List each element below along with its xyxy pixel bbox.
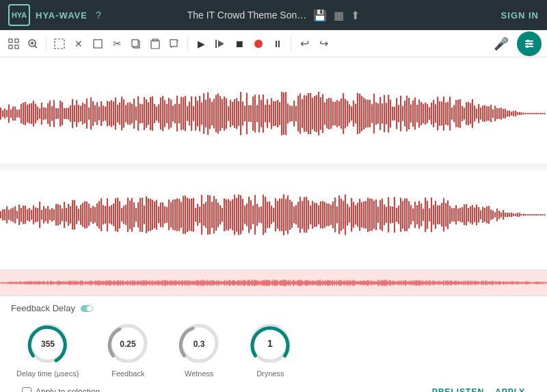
svg-rect-17 (215, 40, 217, 48)
apply-to-selection-area: Apply to selection (22, 387, 100, 392)
select-region-button[interactable] (90, 36, 106, 52)
effects-header: Feedback Delay (11, 303, 536, 313)
minimap[interactable] (0, 270, 547, 296)
feedback-label: Feedback (111, 369, 144, 378)
svg-point-19 (254, 40, 263, 48)
eq-button[interactable] (517, 31, 542, 56)
header-center: The IT Crowd Theme Son… 💾 ▦ ⬆ (187, 9, 360, 22)
redo-button[interactable]: ↪ (315, 36, 332, 52)
delay-time-knob[interactable]: 355 (26, 322, 70, 365)
effects-panel: Feedback Delay 355 Delay time (µsecs) 0.… (0, 296, 547, 392)
feedback-knob-group: 0.25 Feedback (106, 322, 150, 378)
toolbar-divider-2 (187, 37, 188, 51)
close-button[interactable]: ✕ (70, 36, 87, 52)
svg-marker-18 (218, 40, 224, 47)
svg-rect-3 (15, 45, 18, 49)
effects-panel-title: Feedback Delay (11, 303, 75, 313)
play-selection-button[interactable] (212, 36, 228, 52)
svg-rect-2 (9, 45, 12, 49)
select-all-button[interactable] (51, 36, 68, 52)
dryness-knob-group: 1 Dryness (248, 322, 292, 378)
dryness-knob[interactable]: 1 (248, 322, 292, 365)
svg-rect-13 (151, 40, 159, 49)
minimap-canvas (0, 270, 547, 296)
play-button[interactable]: ▶ (193, 36, 209, 52)
waveform-canvas (0, 57, 547, 270)
share-icon[interactable]: ⬆ (351, 9, 360, 22)
logo-icon: HYA (8, 4, 30, 26)
cut-button[interactable]: ✂ (109, 36, 125, 52)
record-button[interactable] (250, 36, 267, 52)
svg-text:0.3: 0.3 (194, 339, 205, 349)
feedback-knob[interactable]: 0.25 (106, 322, 150, 365)
apply-button[interactable]: APPLY (495, 387, 525, 392)
svg-point-25 (526, 45, 529, 48)
stop-button[interactable]: ⏹ (231, 36, 248, 52)
bottom-row: Apply to selection PRELISTEN APPLY (11, 387, 536, 392)
svg-text:1: 1 (267, 338, 273, 349)
waveform-area[interactable] (0, 57, 547, 270)
sign-in-button[interactable]: SIGN IN (501, 10, 539, 21)
crop-button[interactable] (166, 36, 183, 52)
dryness-label: Dryness (256, 369, 284, 378)
svg-rect-14 (170, 40, 177, 47)
action-buttons: PRELISTEN APPLY (432, 387, 525, 392)
apply-to-selection-label: Apply to selection (36, 387, 100, 392)
svg-point-24 (529, 42, 532, 45)
wetness-knob[interactable]: 0.3 (177, 322, 221, 365)
svg-text:0.25: 0.25 (120, 339, 137, 349)
app-header: HYA HYA-WAVE ? The IT Crowd Theme Son… 💾… (0, 0, 547, 30)
zoom-fit-button[interactable] (5, 36, 22, 52)
svg-rect-8 (55, 39, 64, 49)
svg-rect-9 (94, 40, 102, 48)
svg-rect-11 (132, 40, 138, 47)
svg-rect-0 (9, 39, 12, 42)
copy-button[interactable] (128, 36, 144, 52)
zoom-in-button[interactable] (25, 36, 41, 52)
toolbar-divider-1 (46, 37, 46, 51)
apply-to-selection-checkbox[interactable] (22, 387, 31, 392)
delay-time-knob-group: 355 Delay time (µsecs) (16, 322, 79, 378)
svg-text:355: 355 (41, 339, 55, 349)
svg-line-5 (35, 45, 38, 48)
undo-button[interactable]: ↩ (296, 36, 312, 52)
svg-point-23 (526, 40, 529, 42)
prelisten-button[interactable]: PRELISTEN (432, 387, 484, 392)
knobs-row: 355 Delay time (µsecs) 0.25 Feedback 0.3… (11, 322, 536, 378)
wetness-label: Wetness (185, 369, 214, 378)
help-icon[interactable]: ? (96, 10, 101, 21)
save-icon[interactable]: 💾 (313, 9, 327, 22)
pause-button[interactable]: ⏸ (269, 36, 286, 52)
toolbar: ✕ ✂ ▶ ⏹ ⏸ ↩ ↪ 🎤 (0, 30, 547, 57)
delay-time-label: Delay time (µsecs) (16, 369, 79, 378)
app-name: HYA-WAVE (36, 10, 88, 21)
wetness-knob-group: 0.3 Wetness (177, 322, 221, 378)
track-title: The IT Crowd Theme Son… (187, 10, 307, 21)
paste-button[interactable] (147, 36, 163, 52)
mic-button[interactable]: 🎤 (494, 36, 509, 51)
logo-area: HYA HYA-WAVE ? (8, 4, 101, 26)
export-icon[interactable]: ▦ (334, 9, 344, 22)
effects-toggle[interactable] (81, 305, 93, 312)
toolbar-divider-3 (291, 37, 291, 51)
svg-rect-1 (15, 39, 18, 42)
